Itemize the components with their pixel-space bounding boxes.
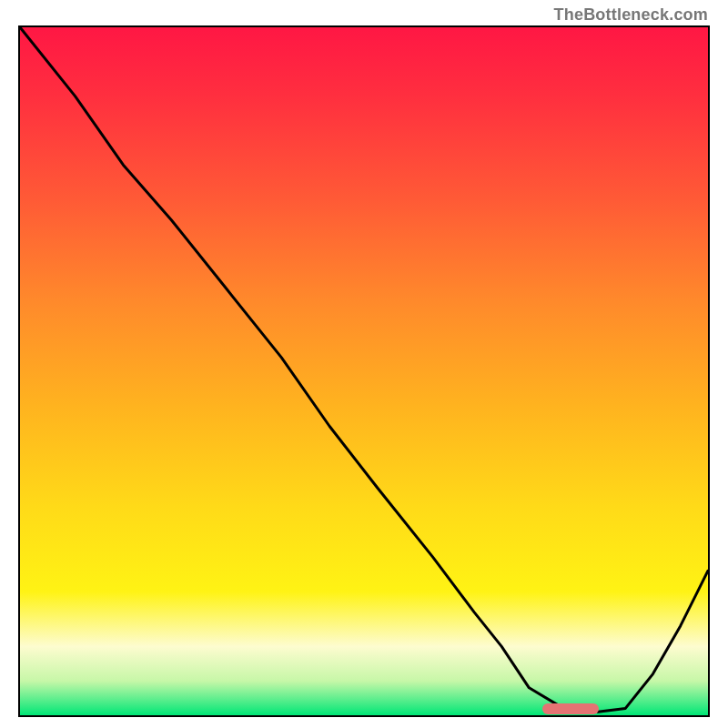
chart-frame [18, 25, 710, 717]
optimal-marker [542, 703, 599, 714]
svg-rect-0 [20, 27, 708, 715]
attribution-text: TheBottleneck.com [554, 5, 708, 25]
gradient-background [20, 27, 708, 715]
